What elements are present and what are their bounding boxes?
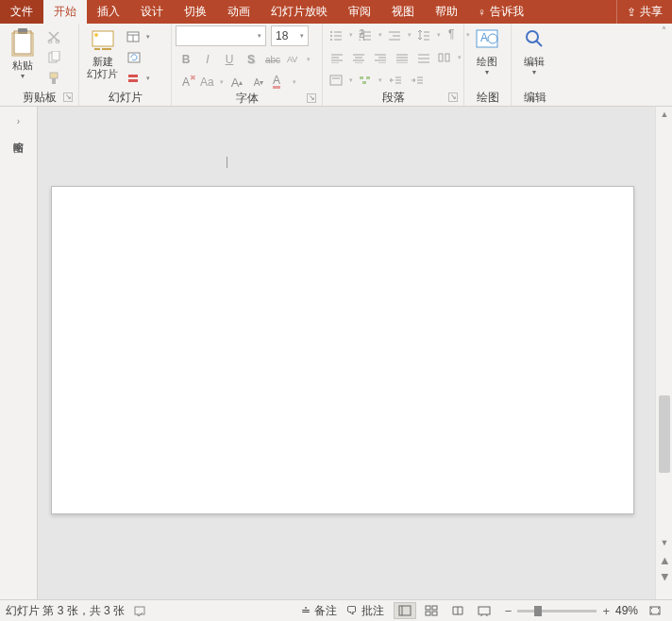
tell-me-label: 告诉我 xyxy=(490,4,524,20)
line-spacing-button[interactable] xyxy=(414,25,443,44)
tab-slideshow[interactable]: 幻灯片放映 xyxy=(260,0,338,24)
group-label-font: 字体↘ xyxy=(176,92,318,106)
scroll-thumb[interactable] xyxy=(659,395,670,473)
vertical-scrollbar[interactable]: ▲ ▼ ⯅ ⯆ xyxy=(655,107,672,599)
reading-view-button[interactable] xyxy=(446,602,469,619)
justify-button[interactable] xyxy=(392,48,412,67)
layout-button[interactable] xyxy=(124,27,152,46)
font-size-combo[interactable]: 18▾ xyxy=(271,25,309,46)
editing-button[interactable]: 编辑 ▾ xyxy=(515,25,553,88)
font-color-button[interactable]: A xyxy=(270,73,298,92)
bold-button[interactable]: B xyxy=(176,50,196,69)
text-direction-icon: ¶ xyxy=(446,29,460,41)
paste-label: 粘贴 xyxy=(12,59,33,72)
zoom-in-button[interactable]: + xyxy=(602,604,610,618)
section-button[interactable] xyxy=(124,69,152,88)
copy-button[interactable] xyxy=(43,48,64,67)
list-level-button[interactable] xyxy=(385,25,413,44)
bullets-button[interactable] xyxy=(327,25,355,44)
svg-rect-63 xyxy=(362,81,366,84)
slide-area[interactable] xyxy=(38,107,655,599)
notes-area[interactable] xyxy=(51,520,634,599)
underline-button[interactable]: U xyxy=(219,50,240,69)
comments-button[interactable]: 🗨批注 xyxy=(346,603,384,619)
group-label-paragraph: 段落↘ xyxy=(327,91,460,106)
zoom-out-button[interactable]: − xyxy=(505,604,512,618)
new-slide-button[interactable]: 新建 幻灯片 xyxy=(83,25,122,88)
numbering-icon: 123 xyxy=(359,29,372,41)
format-painter-button[interactable] xyxy=(43,69,64,88)
lightbulb-icon: ♀ xyxy=(478,6,486,19)
decrease-indent-button[interactable] xyxy=(385,71,406,90)
paste-button[interactable]: 粘贴 ▾ xyxy=(4,25,42,88)
svg-point-19 xyxy=(330,31,332,33)
dialog-launcher-icon[interactable]: ↘ xyxy=(448,92,458,102)
font-name-combo[interactable]: ▾ xyxy=(176,25,266,46)
tab-animation[interactable]: 动画 xyxy=(217,0,260,24)
change-case-button[interactable]: Aa xyxy=(197,73,226,92)
smartart-button[interactable] xyxy=(356,71,384,90)
valign-icon xyxy=(329,75,343,86)
next-slide-button[interactable]: ⯆ xyxy=(656,569,672,584)
tab-transition[interactable]: 切换 xyxy=(174,0,217,24)
indent-list-icon xyxy=(388,29,401,41)
dialog-launcher-icon[interactable]: ↘ xyxy=(307,93,316,103)
tab-help[interactable]: 帮助 xyxy=(425,0,468,24)
zoom-level[interactable]: 49% xyxy=(615,604,638,617)
collapse-ribbon-button[interactable]: ˄ xyxy=(662,25,666,36)
reset-button[interactable] xyxy=(124,48,144,67)
slideshow-view-button[interactable] xyxy=(473,602,496,619)
scroll-down-button[interactable]: ▼ xyxy=(656,535,672,550)
tab-design[interactable]: 设计 xyxy=(130,0,174,24)
zoom-slider[interactable] xyxy=(517,610,596,613)
drawing-button[interactable]: A 绘图 ▾ xyxy=(468,25,506,88)
slide-canvas[interactable] xyxy=(51,186,634,514)
tab-view[interactable]: 视图 xyxy=(381,0,425,24)
increase-indent-button[interactable] xyxy=(407,71,428,90)
tell-me[interactable]: ♀ 告诉我 xyxy=(468,0,533,24)
tab-insert[interactable]: 插入 xyxy=(87,0,130,24)
italic-button[interactable]: I xyxy=(197,50,218,69)
tab-home[interactable]: 开始 xyxy=(43,0,87,24)
cut-button[interactable] xyxy=(43,27,64,46)
thumbnail-label: 缩略图 xyxy=(11,133,25,136)
sorter-view-button[interactable] xyxy=(420,602,443,619)
prev-slide-button[interactable]: ⯅ xyxy=(656,554,672,569)
notes-button[interactable]: ≐备注 xyxy=(301,603,337,619)
shrink-font-button[interactable]: A▾ xyxy=(248,73,269,92)
shadow-button[interactable]: S xyxy=(241,50,261,69)
dialog-launcher-icon[interactable]: ↘ xyxy=(63,92,73,102)
strike-button[interactable]: abc xyxy=(262,50,283,69)
numbering-button[interactable]: 123 xyxy=(356,25,384,44)
normal-view-button[interactable] xyxy=(394,602,416,619)
svg-rect-76 xyxy=(399,606,411,615)
char-spacing-button[interactable]: AV xyxy=(284,50,312,69)
align-right-button[interactable] xyxy=(370,48,391,67)
text-direction-button[interactable]: ¶ xyxy=(444,25,472,44)
normal-view-icon xyxy=(398,605,412,616)
align-left-button[interactable] xyxy=(327,48,347,67)
clear-format-button[interactable]: A✖ xyxy=(176,73,196,92)
svg-rect-79 xyxy=(432,606,437,610)
share-button[interactable]: ⇪ 共享 xyxy=(616,0,672,24)
expand-thumbnails-button[interactable]: › xyxy=(9,112,28,129)
columns-button[interactable] xyxy=(435,48,463,67)
slide-counter[interactable]: 幻灯片 第 3 张，共 3 张 xyxy=(6,603,125,619)
group-label-editing: 编辑 xyxy=(515,91,555,106)
group-label-clipboard: 剪贴板↘ xyxy=(4,91,75,106)
distribute-button[interactable] xyxy=(413,48,434,67)
ribbon: 粘贴 ▾ 剪贴板↘ 新建 幻灯片 幻灯片 xyxy=(0,24,672,107)
group-font: ▾ 18▾ B I U S abc AV A✖ Aa A▴ A▾ A 字体↘ xyxy=(172,24,323,106)
align-center-button[interactable] xyxy=(348,48,369,67)
scroll-up-button[interactable]: ▲ xyxy=(656,107,672,122)
tab-review[interactable]: 审阅 xyxy=(338,0,381,24)
grow-font-button[interactable]: A▴ xyxy=(227,73,247,92)
spellcheck-button[interactable] xyxy=(134,604,147,617)
chevron-down-icon: ▾ xyxy=(532,68,536,76)
svg-rect-80 xyxy=(426,612,430,615)
align-text-button[interactable] xyxy=(327,71,355,90)
tab-bar: 文件 开始 插入 设计 切换 动画 幻灯片放映 审阅 视图 帮助 ♀ 告诉我 ⇪… xyxy=(0,0,672,24)
zoom-slider-thumb[interactable] xyxy=(534,606,542,616)
tab-file[interactable]: 文件 xyxy=(0,0,43,24)
fit-window-button[interactable] xyxy=(644,602,666,619)
